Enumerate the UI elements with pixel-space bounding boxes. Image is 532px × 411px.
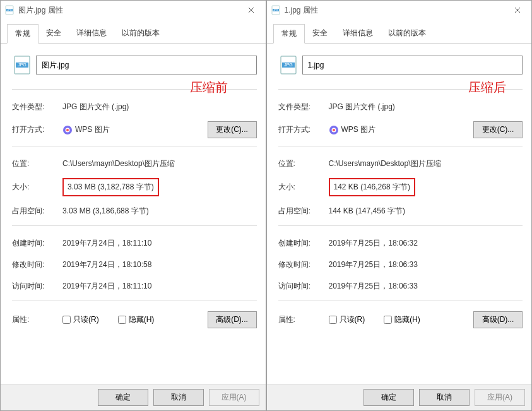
tab-strip: 常规 安全 详细信息 以前的版本 [1, 20, 266, 44]
separator [12, 225, 257, 226]
accessed-value: 2019年7月25日，18:06:33 [329, 281, 523, 292]
annotation-before: 压缩前 [190, 79, 228, 96]
filetype-value: JPG 图片文件 (.jpg) [62, 102, 257, 112]
modified-value: 2019年7月25日，18:06:33 [329, 259, 523, 270]
tab-details[interactable]: 详细信息 [69, 24, 114, 44]
location-label: 位置: [12, 158, 62, 169]
filetype-label: 文件类型: [278, 102, 329, 112]
advanced-button[interactable]: 高级(D)... [208, 311, 257, 328]
annotation-after: 压缩后 [468, 79, 506, 96]
hidden-checkbox[interactable]: 隐藏(H) [384, 314, 420, 325]
svg-text:JPG: JPG [8, 9, 12, 11]
hidden-label: 隐藏(H) [394, 314, 420, 325]
attrs-label: 属性: [278, 314, 329, 325]
button-bar: 确定 取消 应用(A) [267, 384, 532, 410]
apply-button[interactable]: 应用(A) [209, 389, 259, 406]
jpg-file-icon: JPG [271, 5, 281, 15]
readonly-checkbox[interactable]: 只读(R) [329, 314, 365, 325]
button-bar: 确定 取消 应用(A) [1, 384, 266, 410]
opens-label: 打开方式: [12, 124, 62, 135]
close-button[interactable] [503, 1, 531, 20]
accessed-value: 2019年7月24日，18:11:10 [62, 281, 257, 292]
accessed-label: 访问时间: [278, 281, 329, 292]
svg-text:JPG: JPG [284, 63, 293, 67]
change-button[interactable]: 更改(C)... [473, 121, 523, 138]
readonly-label: 只读(R) [73, 314, 99, 325]
modified-label: 修改时间: [12, 259, 62, 270]
jpg-file-icon: JPG [278, 55, 299, 75]
titlebar: JPG 图片.jpg 属性 [1, 1, 266, 20]
separator [12, 146, 257, 146]
ondisk-label: 占用空间: [278, 206, 329, 217]
filetype-label: 文件类型: [12, 102, 62, 112]
cancel-button[interactable]: 取消 [153, 389, 204, 406]
tab-content: 压缩后 JPG 文件类型: JPG 图片文件 (.jpg) 打开方式: WPS … [267, 44, 532, 384]
tab-security[interactable]: 安全 [38, 24, 69, 44]
modified-label: 修改时间: [278, 259, 329, 270]
size-label: 大小: [278, 182, 329, 193]
svg-point-17 [333, 129, 335, 131]
created-label: 创建时间: [278, 238, 329, 249]
opens-app: WPS 图片 [62, 124, 208, 135]
separator [278, 146, 523, 146]
opens-app-name: WPS 图片 [341, 124, 376, 135]
created-value: 2019年7月24日，18:11:10 [62, 238, 257, 249]
tab-previous[interactable]: 以前的版本 [114, 24, 167, 44]
wps-icon [62, 125, 73, 135]
ok-button[interactable]: 确定 [98, 389, 148, 406]
opens-label: 打开方式: [278, 124, 329, 135]
tab-security[interactable]: 安全 [305, 24, 335, 44]
svg-text:JPG: JPG [18, 63, 27, 67]
location-value: C:\Users\mayn\Desktop\图片压缩 [329, 158, 523, 169]
hidden-input[interactable] [118, 316, 126, 324]
readonly-checkbox[interactable]: 只读(R) [62, 314, 99, 325]
accessed-label: 访问时间: [12, 281, 62, 292]
opens-app: WPS 图片 [329, 124, 474, 135]
close-button[interactable] [237, 1, 266, 20]
tab-strip: 常规 安全 详细信息 以前的版本 [267, 20, 532, 44]
apply-button[interactable]: 应用(A) [475, 389, 525, 406]
ok-button[interactable]: 确定 [364, 389, 414, 406]
separator [278, 301, 523, 301]
filename-input[interactable] [36, 56, 257, 74]
created-value: 2019年7月25日，18:06:32 [329, 238, 523, 249]
ondisk-value: 144 KB (147,456 字节) [329, 206, 523, 217]
ondisk-label: 占用空间: [12, 206, 62, 217]
hidden-checkbox[interactable]: 隐藏(H) [118, 314, 155, 325]
titlebar: JPG 1.jpg 属性 [267, 1, 532, 20]
location-label: 位置: [278, 158, 329, 169]
tab-details[interactable]: 详细信息 [335, 24, 381, 44]
ondisk-value: 3.03 MB (3,186,688 字节) [62, 206, 257, 217]
jpg-file-icon: JPG [4, 5, 15, 15]
properties-window: JPG 1.jpg 属性 常规 安全 详细信息 以前的版本 压缩后 JPG 文件… [266, 0, 533, 411]
hidden-input[interactable] [384, 316, 392, 324]
window-title: 1.jpg 属性 [285, 5, 504, 16]
properties-window: JPG 图片.jpg 属性 常规 安全 详细信息 以前的版本 压缩前 JPG 文… [0, 0, 266, 411]
modified-value: 2019年7月24日，18:10:58 [62, 259, 257, 270]
tab-previous[interactable]: 以前的版本 [381, 24, 434, 44]
readonly-input[interactable] [329, 316, 337, 324]
tab-content: 压缩前 JPG 文件类型: JPG 图片文件 (.jpg) 打开方式: WPS … [1, 44, 266, 384]
created-label: 创建时间: [12, 238, 62, 249]
location-value: C:\Users\mayn\Desktop\图片压缩 [62, 158, 257, 169]
readonly-input[interactable] [62, 316, 71, 324]
cancel-button[interactable]: 取消 [419, 389, 470, 406]
opens-app-name: WPS 图片 [75, 124, 110, 135]
tab-general[interactable]: 常规 [273, 24, 305, 44]
readonly-label: 只读(R) [340, 314, 365, 325]
size-label: 大小: [12, 182, 62, 193]
window-title: 图片.jpg 属性 [18, 5, 237, 16]
attrs-label: 属性: [12, 314, 62, 325]
change-button[interactable]: 更改(C)... [208, 121, 257, 138]
separator [278, 225, 523, 226]
tab-general[interactable]: 常规 [7, 24, 38, 44]
hidden-label: 隐藏(H) [129, 314, 155, 325]
filename-input[interactable] [302, 56, 523, 74]
separator [12, 301, 257, 301]
jpg-file-icon: JPG [12, 55, 32, 75]
size-value: 142 KB (146,268 字节) [329, 178, 415, 196]
advanced-button[interactable]: 高级(D)... [473, 311, 523, 328]
wps-icon [329, 125, 339, 135]
filetype-value: JPG 图片文件 (.jpg) [329, 102, 523, 112]
size-value: 3.03 MB (3,182,788 字节) [62, 178, 159, 196]
